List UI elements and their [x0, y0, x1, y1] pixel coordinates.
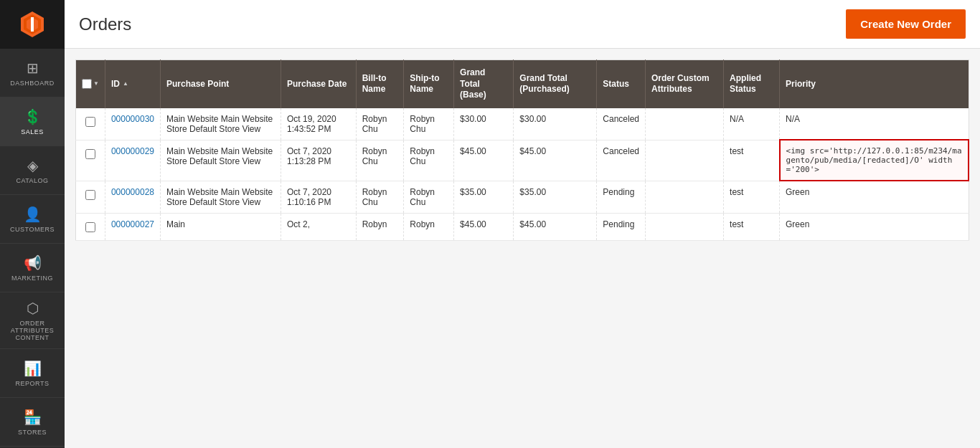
row-purchase-point: Main: [161, 213, 281, 240]
sidebar-item-order-attributes[interactable]: ⬡ ORDER ATTRIBUTES CONTENT: [0, 292, 65, 349]
row-grand-total-purchased: $35.00: [514, 181, 597, 213]
sidebar-item-reports[interactable]: 📊 REPORTS: [0, 349, 65, 398]
row-ship-to: Robyn: [404, 213, 454, 240]
sidebar-label-catalog: CATALOG: [16, 177, 48, 184]
row-id[interactable]: 000000029: [105, 140, 160, 181]
th-status: Status: [597, 60, 646, 108]
row-priority: N/A: [780, 108, 969, 140]
marketing-icon: 📢: [24, 254, 42, 272]
row-grand-total-base: $35.00: [454, 181, 514, 213]
sidebar-label-stores: STORES: [18, 429, 47, 436]
checkbox-dropdown-icon[interactable]: ▼: [93, 80, 99, 87]
row-order-custom-attributes: [646, 181, 724, 213]
th-checkbox: ▼: [76, 60, 105, 108]
sidebar-item-sales[interactable]: 💲 SALES: [0, 97, 65, 146]
sort-icon: ▲: [123, 81, 128, 87]
row-checkbox-cell: [76, 108, 105, 140]
table-row: 000000027MainOct 2,RobynRobyn$45.00$45.0…: [76, 213, 969, 240]
row-grand-total-base: $45.00: [454, 140, 514, 181]
row-status: Pending: [597, 213, 646, 240]
th-id[interactable]: ID ▲: [105, 60, 160, 108]
magento-logo-icon: [18, 10, 47, 39]
sidebar-label-order-attributes: ORDER ATTRIBUTES CONTENT: [4, 320, 61, 341]
table-row: 000000030Main Website Main Website Store…: [76, 108, 969, 140]
main-content: Orders Create New Order ▼ ID ▲: [65, 0, 980, 448]
row-status: Canceled: [597, 140, 646, 181]
stores-icon: 🏪: [24, 409, 42, 426]
sidebar-item-dashboard[interactable]: ⊞ DASHBOARD: [0, 49, 65, 97]
sidebar-item-customers[interactable]: 👤 CUSTOMERS: [0, 195, 65, 244]
orders-table-wrapper: ▼ ID ▲ Purchase Point Purchase Date Bill…: [65, 49, 980, 448]
row-bill-to: Robyn Chu: [356, 108, 404, 140]
row-ship-to: Robyn Chu: [404, 140, 454, 181]
row-id[interactable]: 000000027: [105, 213, 160, 240]
sidebar-item-stores[interactable]: 🏪 STORES: [0, 398, 65, 447]
sidebar-label-sales: SALES: [21, 128, 44, 135]
row-id[interactable]: 000000028: [105, 181, 160, 213]
create-new-order-button[interactable]: Create New Order: [846, 9, 966, 39]
row-order-custom-attributes: [646, 108, 724, 140]
row-priority: <img src='http://127.0.0.1:85/m234/magen…: [780, 140, 969, 181]
row-ship-to: Robyn Chu: [404, 181, 454, 213]
row-bill-to: Robyn: [356, 213, 404, 240]
row-priority: Green: [780, 181, 969, 213]
table-row: 000000029Main Website Main Website Store…: [76, 140, 969, 181]
row-applied-status: test: [724, 213, 780, 240]
sidebar-logo: [0, 0, 65, 49]
table-row: 000000028Main Website Main Website Store…: [76, 181, 969, 213]
row-purchase-date: Oct 7, 2020 1:13:28 PM: [281, 140, 357, 181]
sidebar-label-dashboard: DASHBOARD: [10, 80, 55, 87]
catalog-icon: ◈: [27, 157, 38, 174]
table-header-row: ▼ ID ▲ Purchase Point Purchase Date Bill…: [76, 60, 969, 108]
row-3-checkbox[interactable]: [85, 222, 95, 232]
sidebar-item-marketing[interactable]: 📢 MARKETING: [0, 244, 65, 292]
th-applied-status: Applied Status: [724, 60, 780, 108]
row-0-checkbox[interactable]: [85, 117, 95, 127]
row-purchase-date: Oct 19, 2020 1:43:52 PM: [281, 108, 357, 140]
row-grand-total-base: $45.00: [454, 213, 514, 240]
th-priority: Priority: [780, 60, 969, 108]
th-bill-to: Bill-to Name: [356, 60, 404, 108]
row-grand-total-purchased: $45.00: [514, 213, 597, 240]
th-ship-to: Ship-to Name: [404, 60, 454, 108]
customers-icon: 👤: [24, 206, 42, 223]
row-checkbox-cell: [76, 181, 105, 213]
th-grand-total-base: Grand Total (Base): [454, 60, 514, 108]
select-all-checkbox[interactable]: [82, 79, 92, 89]
sales-icon: 💲: [24, 108, 42, 125]
row-id[interactable]: 000000030: [105, 108, 160, 140]
row-grand-total-purchased: $30.00: [514, 108, 597, 140]
sidebar-item-catalog[interactable]: ◈ CATALOG: [0, 146, 65, 195]
page-header: Orders Create New Order: [65, 0, 980, 49]
row-purchase-date: Oct 2,: [281, 213, 357, 240]
th-order-custom-attributes: Order Custom Attributes: [646, 60, 724, 108]
sidebar: ⊞ DASHBOARD 💲 SALES ◈ CATALOG 👤 CUSTOMER…: [0, 0, 65, 448]
row-bill-to: Robyn Chu: [356, 181, 404, 213]
row-order-custom-attributes: [646, 140, 724, 181]
row-applied-status: test: [724, 181, 780, 213]
orders-table: ▼ ID ▲ Purchase Point Purchase Date Bill…: [75, 59, 969, 241]
th-id-label: ID: [111, 79, 120, 90]
row-purchase-date: Oct 7, 2020 1:10:16 PM: [281, 181, 357, 213]
row-purchase-point: Main Website Main Website Store Default …: [161, 140, 281, 181]
sidebar-label-customers: CUSTOMERS: [10, 226, 55, 233]
sidebar-label-marketing: MARKETING: [11, 275, 53, 282]
th-purchase-date: Purchase Date: [281, 60, 357, 108]
row-order-custom-attributes: [646, 213, 724, 240]
row-applied-status: N/A: [724, 108, 780, 140]
reports-icon: 📊: [24, 360, 42, 377]
row-priority: Green: [780, 213, 969, 240]
row-purchase-point: Main Website Main Website Store Default …: [161, 181, 281, 213]
row-ship-to: Robyn Chu: [404, 108, 454, 140]
dashboard-icon: ⊞: [27, 59, 39, 77]
row-checkbox-cell: [76, 140, 105, 181]
row-bill-to: Robyn Chu: [356, 140, 404, 181]
row-applied-status: test: [724, 140, 780, 181]
svg-rect-3: [31, 17, 34, 32]
th-grand-total-purchased: Grand Total (Purchased): [514, 60, 597, 108]
sidebar-label-reports: REPORTS: [16, 380, 50, 387]
row-1-checkbox[interactable]: [85, 149, 95, 159]
th-purchase-point: Purchase Point: [161, 60, 281, 108]
row-2-checkbox[interactable]: [85, 190, 95, 200]
row-status: Canceled: [597, 108, 646, 140]
